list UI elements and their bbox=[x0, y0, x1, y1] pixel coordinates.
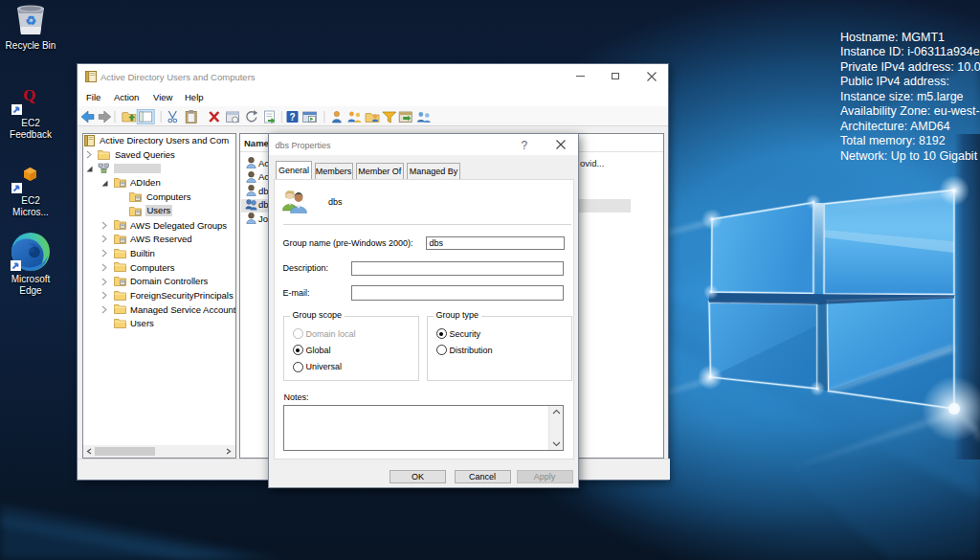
svg-text:♻: ♻ bbox=[25, 13, 36, 28]
svg-text:?: ? bbox=[289, 112, 295, 123]
